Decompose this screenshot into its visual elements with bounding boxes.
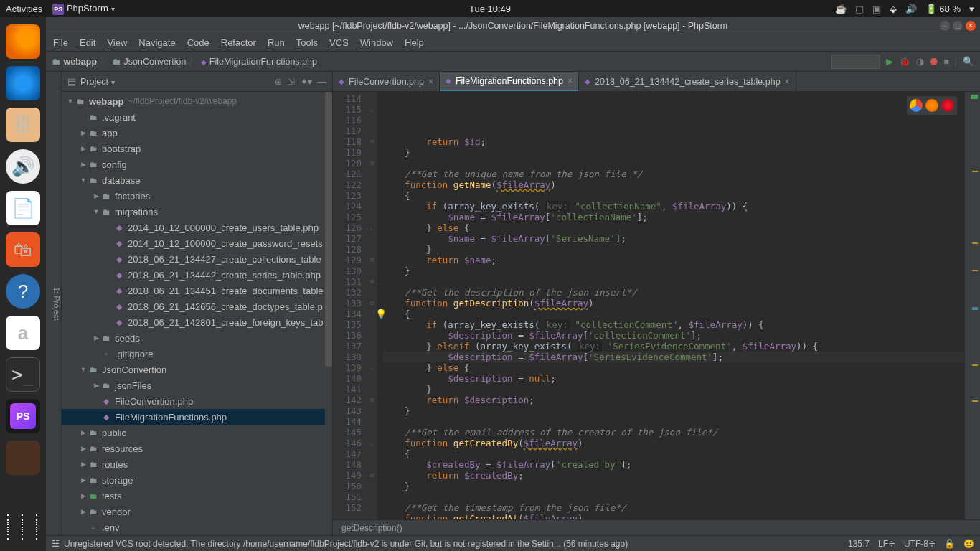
tree-item[interactable]: ▶🖿vendor bbox=[62, 504, 332, 519]
tree-item[interactable]: ▶🖿jsonFiles bbox=[62, 377, 332, 393]
profile-icon[interactable]: ⬣ bbox=[930, 56, 938, 67]
project-title[interactable]: Project bbox=[80, 77, 115, 87]
gutter[interactable]: 1141151161171181191201211221231241251261… bbox=[333, 92, 367, 519]
tree-item[interactable]: ◆2014_10_12_100000_create_password_reset… bbox=[62, 235, 332, 251]
clock[interactable]: Tue 10:49 bbox=[469, 4, 511, 14]
dock-rhythmbox[interactable]: 🔊 bbox=[6, 149, 40, 184]
dock-show-apps[interactable]: ⋮⋮⋮⋮⋮⋮⋮⋮⋮ bbox=[6, 509, 40, 544]
close-icon[interactable]: × bbox=[567, 76, 573, 86]
volume-icon[interactable]: 🔊 bbox=[905, 4, 917, 14]
run-config-combo[interactable] bbox=[831, 55, 880, 69]
menu-code[interactable]: Code bbox=[187, 37, 209, 48]
code-breadcrumb[interactable]: getDescription() bbox=[333, 519, 980, 535]
editor-tab[interactable]: ◆2018_06_21_134442_create_series_table.p… bbox=[579, 72, 796, 91]
tree-item[interactable]: ◆FileMigrationFunctions.php bbox=[62, 409, 332, 425]
dock-thunderbird[interactable] bbox=[6, 66, 40, 100]
tree-item[interactable]: ▶🖿config bbox=[62, 156, 332, 172]
close-icon[interactable]: × bbox=[428, 77, 433, 87]
tree-item[interactable]: ◆2018_06_21_134427_create_collections_ta… bbox=[62, 251, 332, 267]
maximize-button[interactable]: ◻ bbox=[953, 21, 963, 31]
chrome-icon[interactable] bbox=[910, 99, 923, 112]
caffeine-icon[interactable]: ☕ bbox=[835, 4, 847, 14]
collapse-all-icon[interactable]: ⇲ bbox=[288, 77, 295, 87]
breadcrumb[interactable]: 🖿 webapp〉🖿 JsonConvertion〉◆ FileMigratio… bbox=[52, 55, 317, 67]
scroll-from-source-icon[interactable]: ⊕ bbox=[275, 77, 282, 87]
close-button[interactable]: × bbox=[966, 21, 976, 31]
status-message[interactable]: Unregistered VCS root detected: The dire… bbox=[64, 539, 848, 549]
stop-icon[interactable]: ■ bbox=[943, 57, 949, 67]
dock-firefox[interactable] bbox=[6, 24, 40, 59]
settings-icon[interactable]: ✦▾ bbox=[301, 77, 312, 87]
menu-help[interactable]: Help bbox=[405, 37, 424, 48]
left-tool-stripe[interactable]: 1: Project bbox=[46, 72, 62, 535]
dock-libreoffice[interactable]: 📄 bbox=[6, 191, 40, 225]
breadcrumb-item[interactable]: ◆ FileMigrationFunctions.php bbox=[201, 57, 317, 67]
dock-amazon[interactable]: a bbox=[6, 316, 40, 350]
activities-button[interactable]: Activities bbox=[6, 4, 42, 14]
error-stripe[interactable] bbox=[964, 92, 980, 519]
dock-phpstorm[interactable]: PS bbox=[6, 399, 40, 433]
tree-item[interactable]: ▶🖿storage bbox=[62, 472, 332, 488]
fold-column[interactable]: ⌞⊟⊟⌞⊟⊟⊟⌞⊟⌞⊟ bbox=[367, 92, 377, 519]
tree-item[interactable]: ▶🖿factories bbox=[62, 188, 332, 204]
search-icon[interactable]: 🔍 bbox=[963, 56, 974, 67]
tree-item[interactable]: ▶🖿bootstrap bbox=[62, 141, 332, 156]
tree-item[interactable]: ◆2018_06_21_142656_create_doctypes_table… bbox=[62, 298, 332, 314]
breadcrumb-item[interactable]: 🖿 JsonConvertion bbox=[112, 57, 186, 67]
tree-item[interactable]: ◆2018_06_21_142801_create_foreign_keys_t… bbox=[62, 314, 332, 330]
line-ending[interactable]: LF≑ bbox=[878, 539, 895, 549]
battery-icon[interactable]: 🔋 68 % bbox=[925, 4, 961, 14]
close-icon[interactable]: × bbox=[785, 77, 790, 87]
firefox-icon[interactable] bbox=[925, 99, 938, 112]
coverage-icon[interactable]: ◑ bbox=[916, 56, 924, 67]
menu-refactor[interactable]: Refactor bbox=[221, 37, 256, 48]
wifi-icon[interactable]: ⬙ bbox=[890, 4, 897, 14]
hide-icon[interactable]: — bbox=[318, 77, 326, 87]
menu-window[interactable]: Window bbox=[360, 37, 393, 48]
tree-item[interactable]: ▶🖿routes bbox=[62, 456, 332, 472]
tree-item[interactable]: ▼🖿webapp~/fldbProject/fldb-v2/webapp bbox=[62, 93, 332, 109]
tree-item[interactable]: ▶🖿seeds bbox=[62, 330, 332, 346]
tree-item[interactable]: ◆2014_10_12_000000_create_users_table.ph… bbox=[62, 220, 332, 235]
indicator-icon-2[interactable]: ▣ bbox=[872, 4, 881, 14]
tree-item[interactable]: ▫.env bbox=[62, 519, 332, 535]
tree-item[interactable]: ▼🖿JsonConvertion bbox=[62, 362, 332, 377]
run-icon[interactable]: ▶ bbox=[886, 56, 893, 67]
dock-help[interactable]: ? bbox=[6, 274, 40, 309]
tree-item[interactable]: ▼🖿migrations bbox=[62, 204, 332, 220]
project-tree[interactable]: ▼🖿webapp~/fldbProject/fldb-v2/webapp🖿.va… bbox=[62, 92, 332, 535]
minimize-button[interactable]: – bbox=[940, 21, 950, 31]
menu-edit[interactable]: Edit bbox=[80, 37, 95, 48]
menu-navigate[interactable]: Navigate bbox=[138, 37, 175, 48]
breadcrumb-item[interactable]: 🖿 webapp bbox=[52, 57, 97, 67]
menu-file[interactable]: File bbox=[53, 37, 68, 48]
dock-terminal[interactable]: >_ bbox=[6, 357, 40, 392]
menu-view[interactable]: View bbox=[107, 37, 127, 48]
tree-item[interactable]: ◆FileConvertion.php bbox=[62, 393, 332, 409]
menu-run[interactable]: Run bbox=[268, 37, 285, 48]
status-icon[interactable]: ☱ bbox=[52, 539, 60, 549]
tree-item[interactable]: ▶🖿app bbox=[62, 125, 332, 141]
inspection-icon[interactable]: 😐 bbox=[963, 539, 974, 549]
tree-item[interactable]: ▫.gitignore bbox=[62, 346, 332, 362]
code-area[interactable]: 💡 return $id; } /**Get the unique name f… bbox=[377, 92, 964, 519]
readonly-toggle-icon[interactable]: 🔓 bbox=[944, 539, 955, 549]
tree-scrollbar-thumb[interactable] bbox=[325, 92, 332, 367]
menu-tools[interactable]: Tools bbox=[296, 37, 318, 48]
intention-bulb-icon[interactable]: 💡 bbox=[377, 309, 387, 319]
tree-item[interactable]: ▶🖿resources bbox=[62, 441, 332, 456]
debug-icon[interactable]: 🐞 bbox=[899, 56, 910, 67]
menu-vcs[interactable]: VCS bbox=[329, 37, 349, 48]
encoding[interactable]: UTF-8≑ bbox=[904, 539, 936, 549]
tree-item[interactable]: ▶🖿public bbox=[62, 425, 332, 441]
tree-item[interactable]: ◆2018_06_21_134451_create_documents_tabl… bbox=[62, 283, 332, 298]
editor-tab[interactable]: ◆FileMigrationFunctions.php× bbox=[440, 72, 579, 91]
dock-files[interactable]: 🗄 bbox=[6, 108, 40, 142]
app-menu[interactable]: PS PhpStorm bbox=[52, 3, 114, 15]
tree-item[interactable]: ▶🖿tests bbox=[62, 488, 332, 504]
editor-tab[interactable]: ◆FileConvertion.php× bbox=[333, 72, 440, 91]
tree-item[interactable]: 🖿.vagrant bbox=[62, 109, 332, 125]
caret-position[interactable]: 135:7 bbox=[848, 539, 870, 549]
dock-software[interactable]: 🛍 bbox=[6, 232, 40, 267]
opera-icon[interactable] bbox=[941, 99, 954, 112]
